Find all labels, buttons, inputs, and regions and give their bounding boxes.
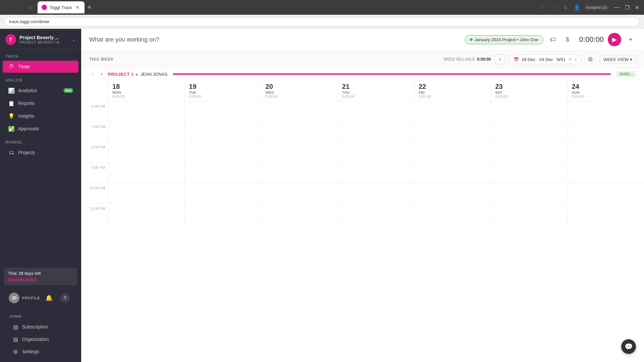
bookmark-icon[interactable]: ☆ — [549, 3, 559, 12]
week-billable: WEEK BILLABLE 0:00:00 — [443, 57, 491, 62]
cal-cell-sat-11pm[interactable] — [491, 204, 567, 224]
sidebar-item-subscription[interactable]: ▤ Subscription — [7, 321, 74, 333]
cal-cell-wed-11pm[interactable] — [261, 204, 338, 224]
cal-cell-tue-8pm[interactable] — [184, 142, 261, 163]
cal-day-time-1: 0:00:00 — [189, 95, 257, 99]
url-input[interactable]: track.toggl.com/timer — [4, 17, 640, 26]
help-icon[interactable]: ? — [60, 293, 70, 303]
notification-icon[interactable]: 🔔 — [44, 293, 54, 303]
cal-cell-wed-7pm[interactable] — [261, 122, 338, 142]
cal-cell-mon-7pm[interactable] — [108, 122, 184, 142]
app-container: T Project Beverly ... PROJECT BEVERLY HI… — [0, 29, 644, 362]
cal-cell-sun-10pm[interactable] — [568, 183, 644, 203]
sidebar-item-insights[interactable]: 💡 Insights — [3, 110, 78, 122]
upgrade-link[interactable]: Upgrade today — [8, 277, 36, 282]
cal-cell-sun-8pm[interactable] — [568, 142, 644, 163]
cal-cell-fri-9pm[interactable] — [414, 163, 491, 183]
sidebar-item-timer[interactable]: ⏱ Timer — [3, 61, 78, 73]
project-row: − + PROJECT 1 ▸ JEAN JONAS JANU... — [81, 68, 644, 80]
cal-cell-fri-11pm[interactable] — [414, 204, 491, 224]
cal-cell-sat-6pm[interactable] — [491, 102, 567, 122]
cal-cell-thu-10pm[interactable] — [338, 183, 414, 203]
expand-project-button[interactable]: + — [98, 70, 105, 78]
sidebar-header[interactable]: T Project Beverly ... PROJECT BEVERLY HI… — [0, 29, 81, 49]
date-range-pill[interactable]: 📅 18 Dec - 24 Dec · W51 ✕ › — [509, 55, 581, 64]
cal-cell-sun-11pm[interactable] — [568, 204, 644, 224]
cal-cell-wed-9pm[interactable] — [261, 163, 338, 183]
collapse-project-button[interactable]: − — [89, 70, 97, 78]
dollar-icon[interactable]: $ — [562, 34, 573, 45]
cal-cell-tue-7pm[interactable] — [184, 122, 261, 142]
cal-cell-sat-7pm[interactable] — [491, 122, 567, 142]
date-range-next[interactable]: › — [575, 57, 577, 62]
cal-cell-sat-10pm[interactable] — [491, 183, 567, 203]
cal-cell-thu-9pm[interactable] — [338, 163, 414, 183]
time-display: 0:00:00 — [577, 35, 604, 44]
cal-cell-fri-8pm[interactable] — [414, 142, 491, 163]
cal-cell-mon-9pm[interactable] — [108, 163, 184, 183]
sidebar-project-chevron[interactable]: ⌄ — [72, 37, 76, 42]
cal-cell-mon-6pm[interactable] — [108, 102, 184, 122]
close-window-button[interactable]: ✕ — [633, 3, 641, 12]
play-button[interactable]: ▶ — [608, 33, 621, 46]
cal-cell-thu-7pm[interactable] — [338, 122, 414, 142]
cal-cell-tue-6pm[interactable] — [184, 102, 261, 122]
project-pill[interactable]: January 2024 Project • John Doe — [465, 35, 543, 44]
extension-icon[interactable]: 🛡 — [538, 3, 547, 12]
sidebar-item-reports[interactable]: 📋 Reports — [3, 97, 78, 109]
cal-cell-tue-10pm[interactable] — [184, 183, 261, 203]
cal-cell-wed-6pm[interactable] — [261, 102, 338, 122]
cal-cell-fri-10pm[interactable] — [414, 183, 491, 203]
subscription-icon: ▤ — [12, 323, 19, 330]
new-tab-button[interactable]: + — [85, 2, 94, 13]
approvals-icon: ✅ — [8, 125, 15, 132]
cal-cell-tue-9pm[interactable] — [184, 163, 261, 183]
sidebar-profile[interactable]: JD PROFILE — [7, 291, 42, 305]
restore-button[interactable]: ❐ — [623, 3, 632, 12]
analytics-icon: 📊 — [8, 87, 15, 94]
cal-cell-mon-10pm[interactable] — [108, 183, 184, 203]
cal-cell-mon-11pm[interactable] — [108, 204, 184, 224]
cal-cell-sun-9pm[interactable] — [568, 163, 644, 183]
cal-day-name-3: THU — [342, 90, 410, 95]
sidebar-item-projects[interactable]: 🗂 Projects — [3, 146, 78, 159]
cal-cell-fri-7pm[interactable] — [414, 122, 491, 142]
cal-cell-wed-10pm[interactable] — [261, 183, 338, 203]
week-view-button[interactable]: WEEK VIEW ▾ — [600, 55, 636, 64]
minimize-button[interactable]: — — [612, 3, 622, 12]
sidebar-item-approvals[interactable]: ✅ Approvals — [3, 123, 78, 135]
cal-cell-thu-6pm[interactable] — [338, 102, 414, 122]
prev-week-button[interactable]: ‹ — [495, 54, 505, 64]
date-range-clear[interactable]: ✕ — [568, 57, 572, 62]
add-entry-button[interactable]: + — [625, 34, 636, 45]
cal-cell-sat-9pm[interactable] — [491, 163, 567, 183]
cal-cell-mon-8pm[interactable] — [108, 142, 184, 163]
cal-cell-thu-11pm[interactable] — [338, 204, 414, 224]
cal-cell-tue-11pm[interactable] — [184, 204, 261, 224]
calendar-settings-button[interactable]: ⚙ — [585, 54, 596, 65]
cal-cell-wed-8pm[interactable] — [261, 142, 338, 163]
forward-button[interactable]: › — [14, 3, 23, 12]
reload-button[interactable]: ↻ — [25, 3, 35, 12]
tab-close-button[interactable]: ✕ — [74, 4, 80, 10]
topbar-prompt[interactable]: What are you working on? — [89, 36, 461, 43]
cal-day-num-4: 22 — [419, 83, 487, 90]
profile-browser-icon[interactable]: 👤 — [572, 3, 582, 12]
project-right-tag: JANU... — [616, 71, 636, 77]
sidebar-item-organization[interactable]: ▤ Organization — [7, 333, 74, 345]
download-icon[interactable]: ⬇ — [561, 3, 570, 12]
cal-cell-sun-7pm[interactable] — [568, 122, 644, 142]
cal-cell-fri-6pm[interactable] — [414, 102, 491, 122]
cal-day-name-6: SUN — [572, 90, 640, 95]
back-button[interactable]: ‹ — [3, 3, 12, 12]
cal-cell-thu-8pm[interactable] — [338, 142, 414, 163]
active-tab[interactable]: Toggl Track ✕ — [38, 1, 85, 13]
chat-button[interactable]: 💬 — [621, 339, 636, 354]
cal-day-num-6: 24 — [572, 83, 640, 90]
sidebar-item-settings[interactable]: ⚙ Settings — [7, 346, 74, 358]
cal-cell-sat-8pm[interactable] — [491, 142, 567, 163]
project-bar-container — [173, 73, 611, 75]
cal-cell-sun-6pm[interactable] — [568, 102, 644, 122]
sidebar-item-analytics[interactable]: 📊 Analytics New — [3, 84, 78, 97]
tag-icon[interactable]: 🏷 — [547, 34, 558, 45]
